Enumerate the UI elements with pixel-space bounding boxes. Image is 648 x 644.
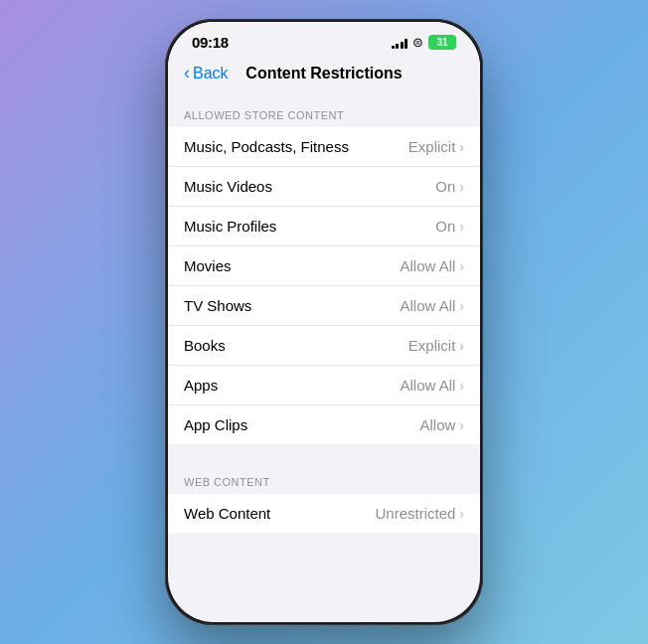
list-item[interactable]: Apps Allow All › (168, 366, 480, 405)
status-bar: 09:18 ⊜ 31 (168, 22, 480, 55)
list-item[interactable]: Music, Podcasts, Fitness Explicit › (168, 127, 480, 167)
back-label: Back (193, 65, 229, 82)
chevron-right-icon: › (459, 298, 464, 314)
web-content-list: Web Content Unrestricted › (168, 494, 480, 533)
chevron-right-icon: › (459, 139, 464, 155)
phone-screen: 09:18 ⊜ 31 ‹ Back Content Restrictio (168, 22, 480, 622)
chevron-right-icon: › (459, 219, 464, 235)
chevron-right-icon: › (459, 506, 464, 522)
phone-frame: 09:18 ⊜ 31 ‹ Back Content Restrictio (165, 19, 483, 625)
status-icons: ⊜ 31 (392, 35, 457, 50)
content-area: ALLOWED STORE CONTENT Music, Podcasts, F… (168, 93, 480, 533)
item-value-wrap: Explicit › (408, 337, 464, 354)
item-label: Movies (184, 257, 232, 274)
page-title: Content Restrictions (245, 65, 402, 82)
chevron-right-icon: › (459, 378, 464, 394)
list-item[interactable]: Movies Allow All › (168, 246, 480, 286)
item-value: Allow All (400, 377, 455, 394)
list-item[interactable]: Music Videos On › (168, 167, 480, 207)
item-value: Unrestricted (375, 505, 455, 522)
navigation-bar: ‹ Back Content Restrictions (168, 55, 480, 93)
item-value: Allow All (400, 297, 455, 314)
status-time: 09:18 (192, 34, 229, 51)
item-value-wrap: Allow › (419, 416, 464, 433)
signal-icon (392, 37, 408, 49)
item-value: Explicit (408, 138, 456, 155)
item-value: Allow All (400, 257, 455, 274)
item-value-wrap: Unrestricted › (375, 505, 464, 522)
item-value: On (435, 218, 455, 235)
back-chevron-icon: ‹ (184, 63, 190, 83)
item-value-wrap: Allow All › (400, 377, 464, 394)
item-value-wrap: On › (435, 178, 464, 195)
section-header-web: WEB CONTENT (168, 460, 480, 494)
item-label: Music Profiles (184, 218, 276, 235)
item-label: Music Videos (184, 178, 272, 195)
section-gap (168, 444, 480, 460)
item-value-wrap: On › (435, 218, 464, 235)
chevron-right-icon: › (459, 258, 464, 274)
back-button[interactable]: ‹ Back (184, 63, 229, 83)
item-value-wrap: Allow All › (400, 297, 464, 314)
chevron-right-icon: › (459, 417, 464, 433)
allowed-store-list: Music, Podcasts, Fitness Explicit › Musi… (168, 127, 480, 444)
item-value-wrap: Allow All › (400, 257, 464, 274)
chevron-right-icon: › (459, 338, 464, 354)
chevron-right-icon: › (459, 179, 464, 195)
list-item[interactable]: App Clips Allow › (168, 405, 480, 444)
list-item[interactable]: Music Profiles On › (168, 207, 480, 246)
item-value: Explicit (408, 337, 456, 354)
item-label: Books (184, 337, 226, 354)
item-value: Allow (419, 416, 455, 433)
section-header-allowed: ALLOWED STORE CONTENT (168, 93, 480, 127)
wifi-icon: ⊜ (412, 35, 423, 50)
list-item[interactable]: TV Shows Allow All › (168, 286, 480, 326)
item-value: On (435, 178, 455, 195)
item-label: TV Shows (184, 297, 251, 314)
list-item[interactable]: Books Explicit › (168, 326, 480, 366)
item-label: Web Content (184, 505, 270, 522)
item-value-wrap: Explicit › (408, 138, 464, 155)
item-label: Music, Podcasts, Fitness (184, 138, 349, 155)
item-label: Apps (184, 377, 218, 394)
list-item[interactable]: Web Content Unrestricted › (168, 494, 480, 533)
battery-indicator: 31 (428, 35, 456, 50)
item-label: App Clips (184, 416, 247, 433)
